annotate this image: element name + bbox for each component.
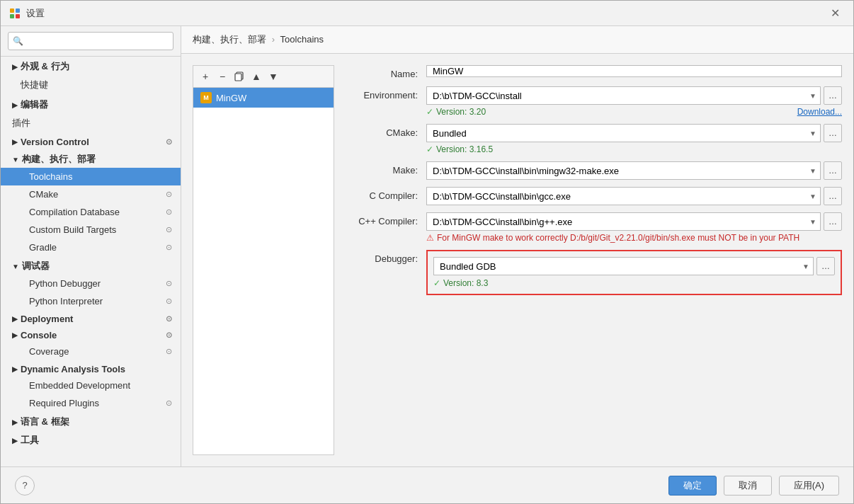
- sidebar-item-label: Deployment: [21, 314, 73, 324]
- sidebar-item-label: 快捷键: [21, 79, 48, 91]
- env-label: Environment:: [348, 86, 426, 101]
- sidebar-item-console[interactable]: ▶ Console ⊙: [1, 326, 181, 343]
- sidebar-item-label: 外观 & 行为: [21, 60, 69, 73]
- search-icon: 🔍: [13, 36, 23, 46]
- cpp-compiler-control: ▼ … ⚠ For MinGW make to work correctly D…: [426, 212, 842, 243]
- badge-icon: ⊙: [166, 243, 172, 252]
- sidebar-item-deployment[interactable]: ▶ Deployment ⊙: [1, 310, 181, 326]
- sidebar-item-appearance[interactable]: ▶ 外观 & 行为: [1, 57, 181, 75]
- sidebar-item-editor[interactable]: ▶ 编辑器: [1, 95, 181, 113]
- warning-text: ⚠ For MinGW make to work correctly D:/b/…: [426, 233, 842, 243]
- env-browse-button[interactable]: …: [824, 86, 842, 105]
- toolchain-item-mingw[interactable]: M MinGW: [193, 88, 334, 108]
- sidebar-item-label: Coverage: [29, 346, 69, 357]
- sidebar-item-version-control[interactable]: ▶ Version Control ⊙: [1, 133, 181, 149]
- cmake-input[interactable]: [426, 124, 821, 142]
- sidebar-item-python-interpreter[interactable]: Python Interpreter ⊙: [1, 292, 181, 310]
- apply-button[interactable]: 应用(A): [779, 476, 839, 496]
- sidebar-item-label: Dynamic Analysis Tools: [21, 364, 125, 374]
- sidebar-item-label: CMake: [29, 189, 58, 200]
- sidebar-item-embedded-dev[interactable]: Embedded Development: [1, 377, 181, 394]
- sidebar-item-required-plugins[interactable]: Required Plugins ⊙: [1, 394, 181, 412]
- breadcrumb: 构建、执行、部署 › Toolchains: [181, 26, 853, 54]
- c-compiler-input[interactable]: [426, 187, 821, 205]
- sidebar-item-python-debugger[interactable]: Python Debugger ⊙: [1, 275, 181, 292]
- move-down-button[interactable]: ▼: [266, 69, 281, 84]
- toolchain-list-panel: + − ▲ ▼ M MinGW: [193, 65, 334, 455]
- copy-toolchain-button[interactable]: [232, 69, 247, 84]
- error-icon: ⚠: [426, 233, 434, 243]
- badge-icon: ⊙: [166, 297, 172, 306]
- cpp-compiler-row: C++ Compiler: ▼ … ⚠ For: [348, 212, 842, 243]
- arrow-icon: ▶: [12, 315, 18, 323]
- add-toolchain-button[interactable]: +: [198, 69, 213, 84]
- sidebar-item-custom-build[interactable]: Custom Build Targets ⊙: [1, 221, 181, 239]
- debugger-browse-button[interactable]: …: [816, 257, 835, 275]
- arrow-icon: ▶: [12, 331, 18, 339]
- sidebar-item-plugins[interactable]: 插件: [1, 113, 181, 133]
- make-control: ▼ …: [426, 161, 842, 180]
- sidebar-item-label: Compilation Database: [29, 207, 120, 217]
- svg-rect-0: [10, 8, 14, 13]
- cmake-row: CMake: ▼ … ✓ Version: 3: [348, 124, 842, 154]
- name-input[interactable]: [426, 65, 842, 77]
- sidebar-item-label: 调试器: [22, 260, 50, 273]
- sidebar-item-cmake[interactable]: CMake ⊙: [1, 185, 181, 203]
- download-link[interactable]: Download...: [797, 107, 842, 117]
- remove-toolchain-button[interactable]: −: [215, 69, 230, 84]
- settings-dialog: 设置 ✕ 🔍 ▶ 外观 & 行为 快捷键 ▶ 编辑器: [0, 0, 854, 504]
- arrow-icon: ▶: [12, 138, 18, 146]
- sidebar-item-toolchains[interactable]: Toolchains: [1, 168, 181, 185]
- c-compiler-browse-button[interactable]: …: [824, 187, 842, 205]
- content-area: 构建、执行、部署 › Toolchains + −: [181, 26, 853, 466]
- sidebar-item-build[interactable]: ▼ 构建、执行、部署: [1, 149, 181, 168]
- cpp-compiler-label: C++ Compiler:: [348, 212, 426, 227]
- cancel-button[interactable]: 取消: [724, 476, 772, 496]
- sidebar-item-coverage[interactable]: Coverage ⊙: [1, 343, 181, 360]
- cmake-label: CMake:: [348, 124, 426, 138]
- sidebar-item-label: Console: [21, 330, 57, 340]
- sidebar-item-label: Custom Build Targets: [29, 224, 116, 235]
- help-button[interactable]: ?: [15, 476, 35, 496]
- move-up-button[interactable]: ▲: [249, 69, 264, 84]
- sidebar-item-lang-framework[interactable]: ▶ 语言 & 框架: [1, 412, 181, 430]
- cmake-browse-button[interactable]: …: [824, 124, 842, 142]
- name-row: Name:: [348, 65, 842, 79]
- sidebar-item-compilation-db[interactable]: Compilation Database ⊙: [1, 203, 181, 221]
- arrow-icon: ▶: [12, 101, 18, 109]
- env-input[interactable]: [426, 86, 821, 105]
- sidebar-item-debugging[interactable]: ▼ 调试器: [1, 256, 181, 275]
- debugger-input[interactable]: [433, 257, 814, 275]
- sidebar-item-label: 语言 & 框架: [21, 416, 69, 428]
- check-icon: ✓: [426, 144, 433, 154]
- sidebar-item-label: 编辑器: [21, 98, 48, 111]
- debugger-version-text: Version: 8.3: [443, 278, 488, 288]
- sidebar-item-dynamic-analysis[interactable]: ▶ Dynamic Analysis Tools: [1, 360, 181, 377]
- cmake-version-text: Version: 3.16.5: [436, 144, 493, 154]
- ok-button[interactable]: 确定: [668, 476, 717, 496]
- footer: ? 确定 取消 应用(A): [1, 466, 853, 503]
- search-input[interactable]: [8, 32, 173, 50]
- warning-message: For MinGW make to work correctly D:/b/gi…: [437, 233, 799, 243]
- arrow-icon: ▶: [12, 63, 18, 71]
- make-input[interactable]: [426, 161, 821, 180]
- sidebar-item-gradle[interactable]: Gradle ⊙: [1, 239, 181, 256]
- search-box: 🔍: [1, 26, 181, 57]
- env-version-status: ✓ Version: 3.20: [426, 107, 486, 117]
- cpp-compiler-input[interactable]: [426, 212, 821, 231]
- mingw-icon: M: [200, 92, 212, 103]
- badge-icon: ⊙: [166, 347, 172, 356]
- badge-icon: ⊙: [166, 399, 172, 408]
- sidebar-item-keymap[interactable]: 快捷键: [1, 75, 181, 95]
- close-button[interactable]: ✕: [825, 4, 845, 23]
- env-control: ▼ … ✓ Version: 3.20 Download...: [426, 86, 842, 117]
- cmake-control: ▼ … ✓ Version: 3.16.5: [426, 124, 842, 154]
- make-browse-button[interactable]: …: [824, 161, 842, 180]
- name-label: Name:: [348, 65, 426, 79]
- app-icon: [9, 8, 21, 19]
- breadcrumb-part1: 构建、执行、部署: [193, 34, 266, 45]
- toolchain-item-label: MinGW: [216, 93, 246, 103]
- sidebar-item-tools[interactable]: ▶ 工具: [1, 430, 181, 449]
- cpp-compiler-browse-button[interactable]: …: [824, 212, 842, 231]
- check-icon: ✓: [426, 107, 433, 117]
